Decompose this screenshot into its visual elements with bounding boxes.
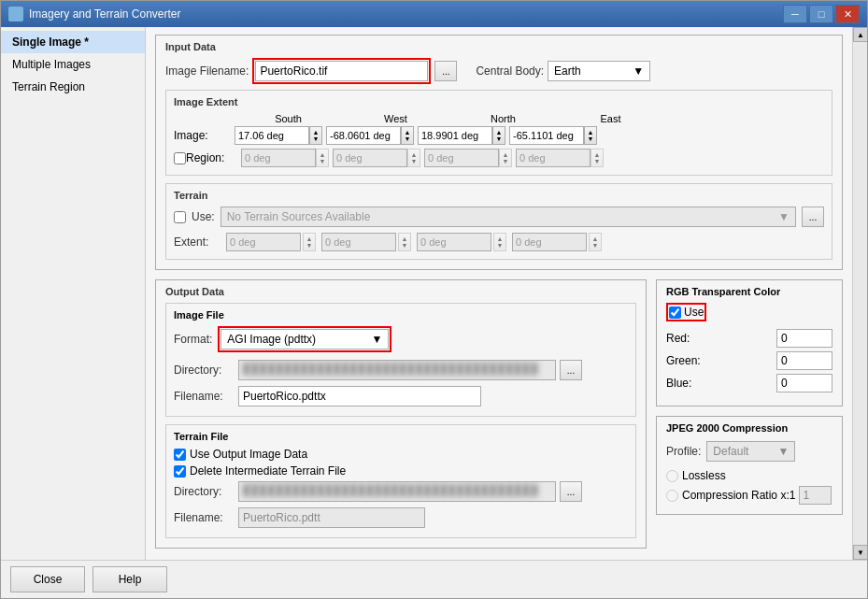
image-filename-label: Image Filename: xyxy=(165,64,249,78)
image-east-spin[interactable]: ▲▼ xyxy=(584,126,597,145)
image-north-input[interactable] xyxy=(418,126,492,145)
terrain-ext3: ▲▼ xyxy=(417,233,506,251)
region-west-spin: ▲▼ xyxy=(407,149,420,167)
rgb-use-label: Use xyxy=(684,306,704,319)
image-file-label: Image File xyxy=(174,309,628,321)
lossless-label: Lossless xyxy=(682,469,726,482)
jpeg-label: JPEG 2000 Compression xyxy=(666,422,832,434)
image-west-input[interactable] xyxy=(326,126,401,145)
image-file-box: Image File Format: AGI Image (pdttx) ▼ xyxy=(165,303,636,417)
filename-row: Filename: xyxy=(174,386,628,406)
central-body-select[interactable]: Earth ▼ xyxy=(548,61,650,81)
image-extent-row: Image: ▲▼ ▲▼ ▲▼ xyxy=(174,126,824,145)
profile-label: Profile: xyxy=(666,445,701,458)
format-label: Format: xyxy=(174,333,212,346)
terrain-extent-row: Extent: ▲▼ ▲▼ ▲▼ xyxy=(174,233,824,251)
region-north-spin: ▲▼ xyxy=(499,149,512,167)
format-row: Format: AGI Image (pdttx) ▼ xyxy=(174,326,628,352)
terrain-ext4: ▲▼ xyxy=(512,233,602,251)
delete-intermediate-checkbox[interactable] xyxy=(174,465,186,478)
image-filename-browse-button[interactable]: ... xyxy=(434,61,457,81)
region-north-field: ▲▼ xyxy=(424,149,512,167)
terrain-ext1: ▲▼ xyxy=(226,233,316,251)
sidebar-item-multiple-images[interactable]: Multiple Images xyxy=(1,53,145,76)
terrain-use-checkbox[interactable] xyxy=(174,211,186,223)
dir-browse-btn[interactable]: ... xyxy=(560,360,582,380)
image-extent-box: Image Extent South West North East Image… xyxy=(165,90,832,176)
terrain-use-label: Use: xyxy=(192,210,215,223)
right-column: RGB Transparent Color Use Red: xyxy=(656,279,843,558)
terrain-east-input xyxy=(512,233,587,251)
jpeg-section: JPEG 2000 Compression Profile: Default ▼… xyxy=(656,416,843,515)
close-window-button[interactable]: ✕ xyxy=(835,5,860,23)
terrain-ext2: ▲▼ xyxy=(321,233,411,251)
output-data-section: Output Data Image File Format: AGI Image… xyxy=(155,279,647,549)
terrain-browse-btn[interactable]: ... xyxy=(802,207,824,227)
terrain-source-text: No Terrain Sources Available xyxy=(227,210,371,223)
delete-intermediate-label: Delete Intermediate Terrain File xyxy=(190,464,346,478)
image-north-spin[interactable]: ▲▼ xyxy=(492,126,505,145)
terrain-extent-label: Extent: xyxy=(174,235,221,249)
main-window: Imagery and Terrain Converter ─ □ ✕ Sing… xyxy=(0,0,868,599)
green-input[interactable] xyxy=(776,351,832,370)
blue-label: Blue: xyxy=(666,377,704,390)
close-button[interactable]: Close xyxy=(10,566,85,592)
format-value: AGI Image (pdttx) xyxy=(227,333,316,346)
region-west-field: ▲▼ xyxy=(333,149,420,167)
terrain-filename-row: Filename: xyxy=(174,507,628,528)
east-header: East xyxy=(557,113,664,124)
format-select-wrapper: AGI Image (pdttx) ▼ xyxy=(218,326,391,352)
scrollbar-up-btn[interactable]: ▲ xyxy=(853,27,867,42)
terrain-south-input xyxy=(226,233,301,251)
west-field: ▲▼ xyxy=(326,126,414,145)
window-title: Imagery and Terrain Converter xyxy=(29,7,181,21)
central-body-arrow: ▼ xyxy=(633,64,644,78)
use-output-label: Use Output Image Data xyxy=(190,448,307,461)
terrain-source-select: No Terrain Sources Available ▼ xyxy=(221,207,796,227)
restore-button[interactable]: □ xyxy=(809,5,833,23)
region-label: Region: xyxy=(186,151,237,164)
use-output-checkbox[interactable] xyxy=(174,449,186,461)
lossless-row: Lossless xyxy=(666,469,832,482)
rgb-label: RGB Transparent Color xyxy=(666,286,832,297)
terrain-dir-browse-btn[interactable]: ... xyxy=(560,481,582,502)
region-checkbox[interactable] xyxy=(174,152,186,164)
terrain-file-box: Terrain File Use Output Image Data Delet… xyxy=(165,424,636,538)
scrollbar-down-btn[interactable]: ▼ xyxy=(853,545,867,560)
compression-ratio-radio xyxy=(666,490,678,502)
extent-headers: South West North East xyxy=(235,113,824,124)
image-east-input[interactable] xyxy=(509,126,584,145)
delete-intermediate-row: Delete Intermediate Terrain File xyxy=(174,464,628,478)
format-select[interactable]: AGI Image (pdttx) ▼ xyxy=(221,329,389,349)
green-row: Green: xyxy=(666,351,832,370)
image-extent-label: Image Extent xyxy=(174,96,824,107)
title-controls: ─ □ ✕ xyxy=(783,5,860,23)
directory-row: Directory: █████████████████████████████… xyxy=(174,360,628,380)
image-filename-row: Image Filename: ... Central Body: Earth … xyxy=(165,58,832,84)
compression-value-input xyxy=(799,486,832,505)
dir-input[interactable]: ████████████████████████████████████ xyxy=(238,360,556,380)
image-south-input[interactable] xyxy=(235,126,309,145)
image-filename-input[interactable] xyxy=(255,61,428,81)
sidebar-item-terrain-region[interactable]: Terrain Region xyxy=(1,76,145,98)
sidebar-item-single-image[interactable]: Single Image * xyxy=(1,31,145,53)
image-west-spin[interactable]: ▲▼ xyxy=(401,126,414,145)
output-filename-input[interactable] xyxy=(238,386,481,406)
profile-select: Default ▼ xyxy=(706,441,795,462)
output-data-label: Output Data xyxy=(165,286,636,297)
main-content: Input Data Image Filename: ... Central B… xyxy=(146,27,852,560)
help-button[interactable]: Help xyxy=(92,566,167,592)
rgb-use-checkbox[interactable] xyxy=(669,307,681,319)
region-east-field: ▲▼ xyxy=(516,149,604,167)
red-row: Red: xyxy=(666,329,832,348)
terrain-south-spin: ▲▼ xyxy=(303,233,316,251)
terrain-box: Terrain Use: No Terrain Sources Availabl… xyxy=(165,183,832,260)
blue-input[interactable] xyxy=(776,374,832,392)
profile-value: Default xyxy=(713,445,748,458)
profile-row: Profile: Default ▼ xyxy=(666,441,832,462)
red-input[interactable] xyxy=(776,329,832,348)
south-field: ▲▼ xyxy=(235,126,322,145)
minimize-button[interactable]: ─ xyxy=(783,5,807,23)
image-south-spin[interactable]: ▲▼ xyxy=(309,126,322,145)
format-arrow: ▼ xyxy=(371,333,382,346)
